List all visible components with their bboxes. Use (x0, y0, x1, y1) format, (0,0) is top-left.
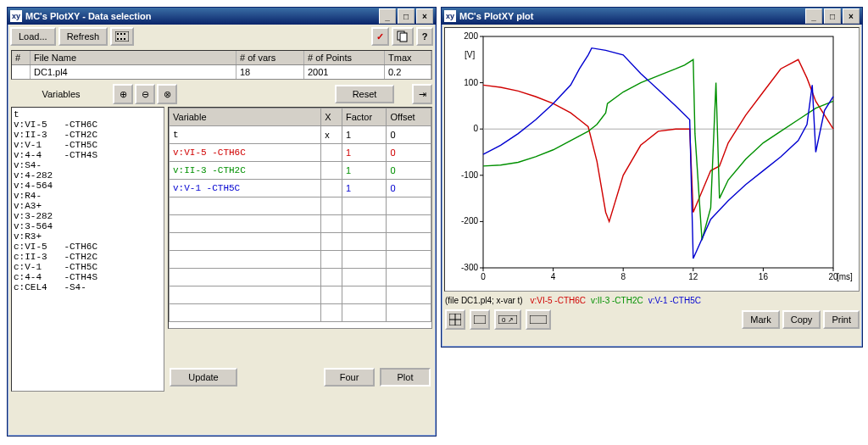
variable-item[interactable]: v:V-1 -CTH5C (14, 140, 162, 150)
selected-header: Variable X Factor Offset (170, 108, 431, 126)
svg-rect-4 (117, 38, 119, 40)
col-tmax[interactable]: Tmax (385, 51, 431, 64)
svg-text:4: 4 (551, 272, 556, 281)
reset-button[interactable]: Reset (335, 85, 394, 103)
svg-rect-6 (124, 38, 125, 40)
minimize-button[interactable]: _ (805, 8, 822, 24)
col-name[interactable]: File Name (31, 51, 236, 64)
wide-pane-icon-button[interactable] (526, 309, 551, 330)
svg-text:[ms]: [ms] (837, 272, 853, 281)
variable-item[interactable]: v:3-282 (14, 211, 162, 221)
check-icon-button[interactable]: ✓ (371, 27, 389, 46)
col-num[interactable]: # (12, 51, 31, 64)
svg-text:16: 16 (759, 272, 769, 281)
svg-rect-37 (474, 315, 486, 324)
selected-row[interactable]: tx10 (170, 126, 431, 144)
four-button[interactable]: Four (324, 368, 375, 387)
svg-text:0: 0 (473, 124, 478, 133)
variable-item[interactable]: v:S4- (14, 160, 162, 170)
variable-item[interactable]: c:CEL4 -S4- (14, 282, 162, 292)
window-title: MC's PlotXY - Data selection (25, 11, 152, 21)
plot-window: xy MC's PlotXY plot _ □ × -300-200-10001… (441, 7, 863, 348)
variable-item[interactable]: v:4-282 (14, 170, 162, 181)
main-toolbar: Load... Refresh ✓ ? (8, 25, 436, 48)
expand-icon-button[interactable]: ⇥ (412, 84, 432, 104)
svg-text:0: 0 (481, 272, 486, 281)
copy-icon-button[interactable] (392, 27, 414, 46)
svg-rect-1 (117, 33, 119, 35)
svg-text:-300: -300 (461, 263, 478, 272)
svg-text:[V]: [V] (465, 50, 475, 59)
selected-row-empty[interactable] (170, 286, 431, 304)
variables-list[interactable]: tv:VI-5 -CTH6Cv:II-3 -CTH2Cv:V-1 -CTH5Cv… (11, 107, 164, 392)
variable-item[interactable]: v:II-3 -CTH2C (14, 130, 162, 140)
remove-button[interactable]: ⊖ (135, 84, 155, 104)
variable-item[interactable]: c:VI-5 -CTH6C (14, 242, 162, 252)
variable-item[interactable]: v:VI-5 -CTH6C (14, 120, 162, 130)
close-button[interactable]: × (843, 8, 860, 24)
svg-rect-0 (115, 31, 129, 42)
col-vars[interactable]: # of vars (236, 51, 304, 64)
close-button[interactable]: × (416, 8, 433, 24)
selected-row-empty[interactable] (170, 233, 431, 251)
maximize-button[interactable]: □ (398, 8, 415, 24)
selected-row[interactable]: v:II-3 -CTH2C10 (170, 162, 431, 180)
selected-row[interactable]: v:V-1 -CTH5C10 (170, 180, 431, 197)
svg-rect-5 (120, 38, 122, 40)
help-button[interactable]: ? (416, 27, 433, 46)
film-icon-button[interactable] (110, 27, 134, 46)
variable-item[interactable]: c:V-1 -CTH5C (14, 262, 162, 272)
range-icon-button[interactable]: 0 ↗ (494, 309, 521, 330)
minimize-button[interactable]: _ (379, 8, 396, 24)
selected-row-empty[interactable] (170, 269, 431, 286)
load-button[interactable]: Load... (10, 27, 56, 46)
selected-row-empty[interactable] (170, 304, 431, 322)
variable-item[interactable]: v:3-564 (14, 221, 162, 231)
svg-text:8: 8 (620, 272, 626, 281)
variable-item[interactable]: c:II-3 -CTH2C (14, 252, 162, 262)
variable-item[interactable]: v:R3+ (14, 231, 162, 242)
titlebar: xy MC's PlotXY - Data selection _ □ × (8, 8, 436, 25)
svg-rect-2 (120, 33, 122, 35)
plot-button[interactable]: Plot (380, 368, 431, 387)
titlebar: xy MC's PlotXY plot _ □ × (442, 8, 862, 25)
svg-text:0 ↗: 0 ↗ (502, 316, 514, 324)
variable-item[interactable]: v:4-564 (14, 181, 162, 191)
variable-item[interactable]: c:4-4 -CTH4S (14, 272, 162, 282)
variable-item[interactable]: v:R4- (14, 191, 162, 201)
variables-label: Variables (10, 89, 112, 99)
single-pane-icon-button[interactable] (470, 309, 490, 330)
print-button[interactable]: Print (823, 310, 860, 329)
app-icon: xy (10, 10, 22, 22)
col-points[interactable]: # of Points (304, 51, 385, 64)
variable-item[interactable]: t (14, 109, 162, 120)
svg-rect-8 (400, 33, 407, 42)
update-button[interactable]: Update (170, 368, 237, 387)
mark-button[interactable]: Mark (742, 310, 779, 329)
selected-row-empty[interactable] (170, 197, 431, 215)
refresh-button[interactable]: Refresh (58, 27, 108, 46)
plot-svg: -300-200-1000100200048121620[V][ms] (445, 28, 859, 289)
grid-icon-button[interactable] (445, 309, 465, 330)
copy-button[interactable]: Copy (782, 310, 821, 329)
file-row[interactable]: DC1.pl4 18 2001 0.2 (12, 65, 431, 79)
files-table: # File Name # of vars # of Points Tmax D… (11, 50, 432, 80)
selected-row[interactable]: v:VI-5 -CTH6C10 (170, 144, 431, 162)
variable-item[interactable]: v:4-4 -CTH4S (14, 150, 162, 160)
variables-toolbar: Variables ⊕ ⊖ ⊗ Reset ⇥ (8, 81, 436, 107)
app-icon: xy (444, 10, 456, 22)
maximize-button[interactable]: □ (824, 8, 841, 24)
svg-rect-3 (124, 33, 125, 35)
plot-area: -300-200-1000100200048121620[V][ms] (444, 27, 860, 292)
variable-item[interactable]: v:A3+ (14, 201, 162, 211)
selected-row-empty[interactable] (170, 215, 431, 233)
plot-legend: (file DC1.pl4; x-var t) v:VI-5 -CTH6Cv:I… (442, 294, 862, 307)
window-title: MC's PlotXY plot (459, 11, 533, 21)
svg-text:12: 12 (688, 272, 698, 281)
plot-toolbar: 0 ↗ Mark Copy Print (442, 307, 862, 332)
clear-button[interactable]: ⊗ (157, 84, 177, 104)
add-button[interactable]: ⊕ (113, 84, 133, 104)
svg-text:-100: -100 (461, 170, 478, 180)
selected-row-empty[interactable] (170, 251, 431, 269)
svg-text:200: 200 (464, 31, 478, 41)
